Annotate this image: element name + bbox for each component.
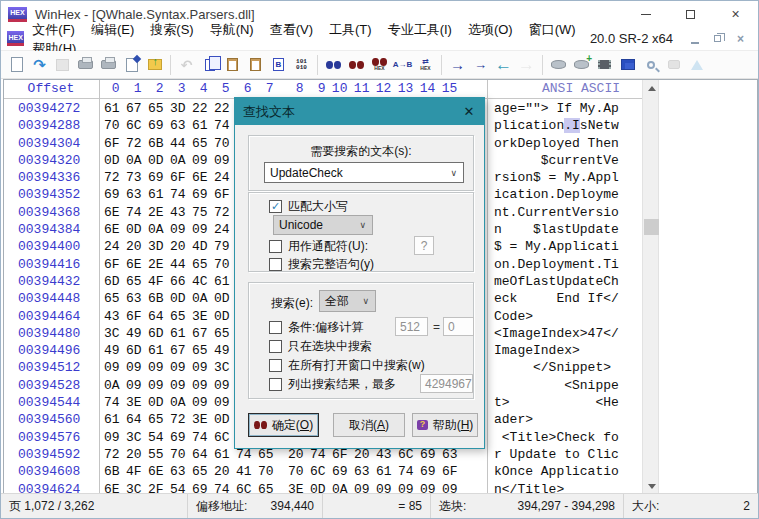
hex-byte[interactable]: 43 <box>104 308 120 325</box>
ascii-text[interactable]: orkDeployed Then <box>494 135 619 152</box>
hex-byte[interactable]: 20 <box>126 238 142 255</box>
ascii-text[interactable]: nt.CurrentVersio <box>494 204 619 221</box>
hex-byte[interactable]: 3D <box>170 100 186 117</box>
hex-byte[interactable]: 70 <box>214 256 230 273</box>
copy-icon[interactable] <box>198 53 221 77</box>
hex-byte[interactable]: 65 <box>192 135 208 152</box>
hex-byte[interactable]: 61 <box>104 100 120 117</box>
copy-hex-values-icon[interactable]: B <box>267 53 290 77</box>
wildcard-checkbox[interactable] <box>269 240 282 253</box>
hex-byte[interactable]: 24 <box>214 221 230 238</box>
hex-byte[interactable]: 4F <box>126 463 142 480</box>
wildcard-row[interactable]: 用作通配符(U): <box>269 238 368 255</box>
hex-byte[interactable]: 63 <box>170 117 186 134</box>
hex-byte[interactable]: 09 <box>148 359 164 376</box>
hex-byte[interactable]: 66 <box>170 273 186 290</box>
hex-byte[interactable]: 54 <box>148 429 164 446</box>
hex-byte[interactable]: 65 <box>192 256 208 273</box>
scrollbar-thumb[interactable] <box>644 219 659 235</box>
maximize-button[interactable] <box>668 1 713 27</box>
folder-upload-icon[interactable] <box>143 53 166 77</box>
hex-byte[interactable]: 67 <box>192 325 208 342</box>
hex-byte[interactable]: 09 <box>104 429 120 446</box>
hex-byte[interactable]: 6F <box>442 463 458 480</box>
ascii-text[interactable]: on.Deployment.Ti <box>494 256 619 273</box>
hex-byte[interactable]: 69 <box>170 429 186 446</box>
minimize-button[interactable] <box>623 1 668 27</box>
hex-byte[interactable]: 09 <box>192 377 208 394</box>
hex-byte[interactable]: 70 <box>104 117 120 134</box>
paste-write-icon[interactable] <box>221 53 244 77</box>
menu-options[interactable]: 选项(O) <box>460 22 521 37</box>
chevron-down-icon[interactable]: ∨ <box>450 168 463 178</box>
hex-byte[interactable]: 0D <box>126 221 142 238</box>
hex-byte[interactable]: 6B <box>104 463 120 480</box>
hex-byte[interactable]: 43 <box>170 204 186 221</box>
hex-byte[interactable]: 09 <box>148 377 164 394</box>
in-block-checkbox[interactable] <box>269 340 282 353</box>
dialog-title-bar[interactable]: 查找文本 ✕ <box>235 98 484 125</box>
ascii-text[interactable]: eck End If</ <box>494 290 619 307</box>
hex-byte[interactable]: 6F <box>170 169 186 186</box>
hex-byte[interactable]: 69 <box>192 186 208 203</box>
help-button[interactable]: 帮助(H) <box>412 413 478 437</box>
hex-byte[interactable]: 72 <box>104 446 120 463</box>
ascii-text[interactable]: Code> <box>494 308 619 325</box>
document-hex-icon[interactable]: HEX <box>7 31 24 46</box>
ascii-text[interactable]: rsion$ = My.Appl <box>494 169 619 186</box>
hex-byte[interactable]: 4F <box>148 273 164 290</box>
hex-byte[interactable]: 4C <box>192 273 208 290</box>
hex-byte[interactable]: 6F <box>126 308 142 325</box>
hex-byte[interactable]: 69 <box>420 463 436 480</box>
cond-offset-row[interactable]: 条件:偏移计算 <box>269 319 363 336</box>
hex-byte[interactable]: 2E <box>148 256 164 273</box>
dialog-close-button[interactable]: ✕ <box>454 98 484 125</box>
binary-convert-icon[interactable]: 101 010 <box>290 53 313 77</box>
scroll-up-button[interactable] <box>643 80 660 96</box>
hex-byte[interactable]: 74 <box>170 186 186 203</box>
hex-byte[interactable]: 09 <box>214 377 230 394</box>
hex-byte[interactable]: 6E <box>104 204 120 221</box>
hex-byte[interactable]: 69 <box>148 169 164 186</box>
hex-byte[interactable]: 6E <box>104 221 120 238</box>
goto-offset-icon[interactable]: → <box>446 53 469 77</box>
hex-byte[interactable]: 6C <box>214 429 230 446</box>
play-icon[interactable] <box>685 53 708 77</box>
ascii-text[interactable]: <Title>Check fo <box>494 429 619 446</box>
hex-byte[interactable]: 65 <box>126 273 142 290</box>
hex-byte[interactable]: 70 <box>288 463 304 480</box>
ascii-text[interactable]: t> <He <box>494 394 619 411</box>
hex-byte[interactable]: 65 <box>170 308 186 325</box>
ascii-text[interactable]: </Snippet> <box>494 359 619 376</box>
menu-file[interactable]: 文件(F) <box>24 22 83 37</box>
hex-byte[interactable]: 6C <box>126 117 142 134</box>
hex-byte[interactable]: 65 <box>192 463 208 480</box>
hex-byte[interactable]: 44 <box>170 256 186 273</box>
hex-byte[interactable]: 2E <box>148 204 164 221</box>
ascii-text[interactable]: <ImageIndex>47</ <box>494 325 619 342</box>
status-offset[interactable]: 偏移地址: 394,440 <box>188 494 323 518</box>
hex-byte[interactable]: 44 <box>170 135 186 152</box>
ascii-text[interactable]: kOnce Applicatio <box>494 463 619 480</box>
hex-byte[interactable]: 0D <box>214 308 230 325</box>
hex-byte[interactable]: 0D <box>170 290 186 307</box>
hex-byte[interactable]: 0A <box>192 290 208 307</box>
chevron-down-icon[interactable]: ∨ <box>362 296 375 306</box>
hex-byte[interactable]: 0D <box>148 394 164 411</box>
ok-button[interactable]: 确定(O) <box>248 413 319 437</box>
menu-edit[interactable]: 编辑(E) <box>83 22 142 37</box>
hex-byte[interactable]: 0A <box>104 377 120 394</box>
hex-byte[interactable]: 09 <box>170 377 186 394</box>
hex-byte[interactable]: 74 <box>398 463 414 480</box>
hex-byte[interactable]: 6F <box>214 186 230 203</box>
vertical-scrollbar[interactable] <box>642 80 659 494</box>
hex-byte[interactable]: 4D <box>192 238 208 255</box>
scroll-down-button[interactable] <box>643 478 660 494</box>
hex-byte[interactable]: 6D <box>126 342 142 359</box>
hex-byte[interactable]: 09 <box>192 394 208 411</box>
hex-byte[interactable]: 3E <box>192 411 208 428</box>
ascii-text[interactable]: <Snippe <box>494 377 619 394</box>
hex-byte[interactable]: 72 <box>170 411 186 428</box>
hex-byte[interactable]: 63 <box>354 463 370 480</box>
hex-byte[interactable]: 65 <box>104 290 120 307</box>
